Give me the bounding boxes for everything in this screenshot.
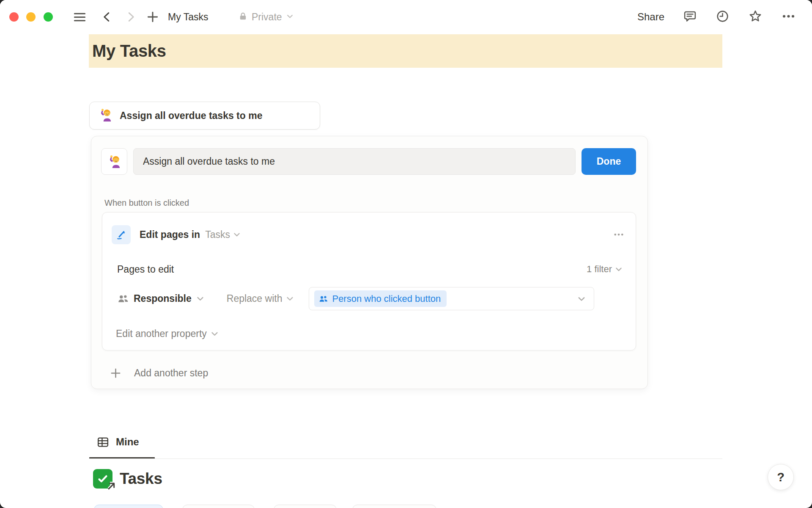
button-icon-picker[interactable] — [101, 148, 127, 175]
property-dropdown[interactable]: Responsible — [117, 293, 205, 305]
automation-button[interactable]: Assign all overdue tasks to me — [89, 102, 320, 130]
page-title[interactable]: My Tasks — [92, 41, 166, 61]
tasks-check-emoji — [93, 469, 112, 489]
favorite-star-icon[interactable] — [748, 9, 763, 25]
breadcrumb-title[interactable]: My Tasks — [168, 0, 208, 34]
database-heading: Tasks — [93, 469, 162, 489]
filter-pill[interactable] — [274, 505, 337, 508]
person-value-pill: Person who clicked button — [314, 290, 447, 307]
add-another-step[interactable]: Add another step — [109, 365, 208, 381]
step-more-ellipsis-icon[interactable] — [612, 228, 625, 241]
minimize-window-button[interactable] — [26, 12, 36, 22]
forward-icon[interactable] — [123, 10, 138, 24]
filter-dropdown[interactable]: 1 filter — [587, 264, 623, 275]
linked-database-arrow-icon — [106, 480, 115, 491]
value-select[interactable]: Person who clicked button — [309, 287, 594, 310]
share-button[interactable]: Share — [637, 11, 664, 23]
filter-pill[interactable] — [352, 505, 436, 508]
page-title-highlight: My Tasks — [89, 34, 722, 68]
button-name-input[interactable] — [133, 148, 576, 175]
chevron-down-icon — [614, 265, 623, 273]
operation-dropdown[interactable]: Replace with — [227, 293, 295, 304]
woman-raising-hand-emoji — [99, 108, 112, 123]
automation-step-card: Edit pages in Tasks Pages to edit 1 filt… — [102, 212, 636, 351]
automation-button-label: Assign all overdue tasks to me — [120, 110, 262, 121]
edit-another-property[interactable]: Edit another property — [116, 326, 219, 341]
chevron-down-icon — [286, 12, 294, 22]
chevron-down-icon — [233, 230, 241, 239]
updates-clock-icon[interactable] — [716, 9, 730, 25]
more-ellipsis-icon[interactable] — [781, 9, 796, 25]
help-button[interactable]: ? — [768, 464, 794, 490]
database-title[interactable]: Tasks — [120, 470, 162, 488]
pages-to-edit-label: Pages to edit — [117, 264, 174, 275]
chevron-down-icon — [196, 294, 205, 303]
edit-pages-icon — [112, 225, 131, 244]
lock-icon — [238, 11, 248, 23]
done-button[interactable]: Done — [582, 148, 636, 175]
people-icon — [318, 294, 329, 304]
close-window-button[interactable] — [9, 12, 19, 22]
step-database-dropdown[interactable]: Tasks — [205, 229, 241, 240]
titlebar: My Tasks Private Share — [0, 0, 812, 34]
people-icon — [117, 293, 129, 305]
new-page-icon[interactable] — [145, 10, 160, 24]
chevron-down-icon — [210, 329, 219, 338]
filter-pill[interactable] — [182, 505, 255, 508]
step-action-label: Edit pages in — [140, 229, 200, 240]
back-icon[interactable] — [100, 10, 114, 24]
woman-raising-hand-emoji — [108, 155, 121, 168]
notion-window: My Tasks Private Share — [0, 0, 812, 508]
chevron-down-icon — [285, 294, 294, 303]
comments-icon[interactable] — [683, 9, 697, 25]
view-tab-mine[interactable]: Mine — [96, 433, 139, 451]
hamburger-icon[interactable] — [72, 10, 87, 24]
chevron-down-icon — [577, 294, 586, 304]
trigger-caption: When button is clicked — [104, 198, 189, 208]
button-editor-card: Done When button is clicked Edit pages i… — [91, 136, 648, 389]
privacy-dropdown[interactable]: Private — [238, 0, 294, 34]
filter-pill[interactable] — [94, 505, 163, 508]
privacy-label: Private — [252, 11, 282, 23]
table-view-icon — [96, 436, 110, 449]
zoom-window-button[interactable] — [44, 12, 53, 22]
plus-icon — [109, 367, 122, 380]
tab-divider — [89, 458, 722, 459]
